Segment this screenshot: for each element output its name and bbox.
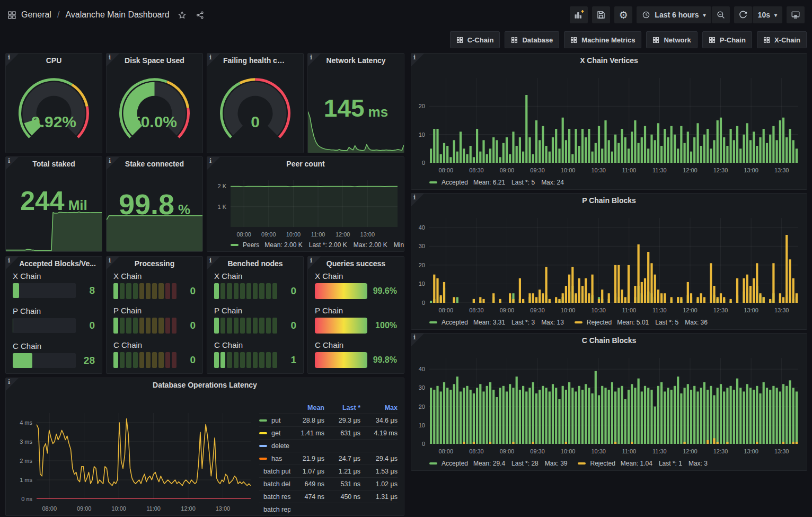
panel-title[interactable]: Total staked — [22, 160, 86, 168]
panel-info-icon[interactable]: i — [308, 257, 321, 269]
legend-row-get[interactable]: get1.41 ms631 µs4.19 ms — [259, 427, 398, 440]
segment-gauge — [214, 352, 277, 368]
gauge-segment — [165, 352, 170, 368]
refresh-interval-picker[interactable]: 10s ▾ — [753, 6, 782, 23]
breadcrumb: General / Avalanche Main Dashboard — [7, 10, 205, 20]
refresh-button[interactable] — [734, 6, 752, 23]
gauge-segment — [165, 318, 170, 334]
legend-row-put[interactable]: put28.8 µs29.3 µs34.6 µs — [259, 414, 398, 427]
panel-queries-success: i Queries success X Chain 99.6% P Chain … — [307, 256, 404, 374]
panel-title[interactable]: Disk Space Used — [122, 56, 187, 65]
panel-info-icon[interactable]: i — [107, 54, 119, 66]
panel-title[interactable]: Stake connected — [122, 160, 187, 168]
gauge-segment — [139, 318, 144, 334]
dashboard-grid-icon[interactable] — [7, 11, 16, 20]
axis-tick-label: 11:00 — [311, 231, 325, 238]
gauge-segment — [272, 283, 277, 299]
legend-row-delete[interactable]: delete — [259, 440, 398, 452]
legend-table-header[interactable]: Mean Last * Max — [259, 401, 398, 414]
network-latency-sparkline[interactable] — [308, 110, 404, 153]
axis-tick-label: 11:30 — [652, 307, 667, 313]
panel-disk-space: i Disk Space Used 50.0% — [106, 53, 203, 153]
legend-row-batch-reset[interactable]: batch reset474 ns450 ns1.31 µs — [259, 490, 398, 503]
panel-info-icon[interactable]: i — [411, 334, 424, 346]
breadcrumb-folder[interactable]: General — [21, 10, 51, 20]
zoom-out-time-button[interactable] — [712, 6, 730, 23]
gauge-segment — [253, 318, 258, 334]
panel-title[interactable]: P Chain Blocks — [427, 196, 791, 205]
dashboard-link-network[interactable]: Network — [646, 31, 697, 48]
legend-row-batch-delete[interactable]: batch delete649 ns531 ns1.02 µs — [259, 478, 398, 490]
panel-title[interactable]: C Chain Blocks — [427, 336, 791, 345]
panel-info-icon[interactable]: i — [308, 54, 321, 66]
panel-info-icon[interactable]: i — [411, 54, 424, 66]
legend-row-batch-put[interactable]: batch put1.07 µs1.21 µs1.53 µs — [259, 465, 398, 478]
legend-swatch — [429, 321, 437, 323]
panel-title[interactable]: CPU — [22, 56, 86, 65]
gauge-segment — [158, 352, 163, 368]
cpu-gauge[interactable] — [6, 67, 102, 150]
legend-row-batch-replay[interactable]: batch replay — [259, 503, 398, 515]
p-chain-blocks-chart[interactable] — [429, 218, 798, 303]
add-panel-button[interactable] — [570, 6, 588, 23]
star-icon[interactable] — [178, 11, 187, 20]
panel-info-icon[interactable]: i — [107, 257, 119, 269]
axis-tick-label: 12:00 — [181, 505, 196, 512]
gauge-segment — [133, 283, 138, 299]
save-dashboard-button[interactable] — [592, 6, 610, 23]
cycle-view-mode-button[interactable] — [787, 6, 805, 23]
chart-legend[interactable]: Accepted Mean: 3.31 Last *: 3 Max: 13 Re… — [429, 319, 710, 326]
panel-info-icon[interactable]: i — [107, 157, 119, 170]
panel-title[interactable]: Network Latency — [324, 56, 388, 65]
panel-title[interactable]: Database Operations Latency — [22, 381, 388, 389]
panel-title[interactable]: Peer count — [223, 160, 388, 168]
panel-title[interactable]: Failing health checks — [223, 56, 287, 65]
axis-tick-label: 2 K — [217, 183, 226, 189]
total-staked-sparkline[interactable] — [6, 188, 102, 251]
panel-info-icon[interactable]: i — [411, 194, 424, 206]
axis-tick-label: 13:00 — [744, 448, 758, 454]
dashboard-link-c-chain[interactable]: C-Chain — [450, 31, 500, 48]
peer-count-chart[interactable] — [231, 180, 398, 227]
gauge-segment — [113, 283, 118, 299]
stake-connected-sparkline[interactable] — [107, 189, 202, 251]
panel-title[interactable]: Processing — [122, 259, 187, 268]
axis-tick-label: 13:00 — [744, 167, 758, 173]
chart-legend[interactable]: Accepted Mean: 29.4 Last *: 28 Max: 39 R… — [429, 460, 710, 467]
legend-swatch — [429, 462, 437, 465]
panel-title[interactable]: Queries success — [324, 259, 388, 268]
panel-info-icon[interactable]: i — [207, 157, 220, 170]
panel-info-icon[interactable]: i — [6, 378, 19, 391]
dashboard-link-p-chain[interactable]: P-Chain — [702, 31, 752, 48]
health-gauge[interactable] — [207, 67, 303, 150]
panel-info-icon[interactable]: i — [6, 54, 19, 66]
dashboard-link-x-chain[interactable]: X-Chain — [757, 31, 807, 48]
panel-title[interactable]: Accepted Blocks/Ve... — [19, 259, 96, 268]
gauge-segment — [139, 283, 144, 299]
panel-info-icon[interactable]: i — [6, 157, 19, 170]
dashboard-link-machine-metrics[interactable]: Machine Metrics — [564, 31, 641, 48]
panel-info-icon[interactable]: i — [207, 54, 220, 66]
dashboard-link-database[interactable]: Database — [505, 31, 559, 48]
axis-tick-label: 10:00 — [111, 505, 126, 512]
panel-info-icon[interactable]: i — [207, 257, 220, 269]
db-latency-chart[interactable] — [37, 413, 251, 499]
legend-row-has[interactable]: has21.9 µs24.7 µs29.4 µs — [259, 452, 398, 465]
disk-gauge[interactable] — [107, 67, 202, 150]
axis-tick-label: 13:00 — [360, 231, 375, 238]
row-value: 8 — [81, 285, 95, 296]
panel-title[interactable]: X Chain Vertices — [427, 56, 791, 65]
dashboard-settings-button[interactable]: ⚙ — [614, 6, 632, 23]
row-value: 1 — [283, 354, 296, 366]
grid-icon — [570, 37, 577, 43]
time-range-picker[interactable]: Last 6 hours ▾ — [637, 6, 711, 23]
chart-legend[interactable]: Peers Mean: 2.00 K Last *: 2.00 K Max: 2… — [231, 241, 404, 249]
panel-info-icon[interactable]: i — [6, 257, 19, 269]
c-chain-blocks-chart[interactable] — [429, 358, 798, 444]
share-icon[interactable] — [196, 11, 205, 20]
panel-title[interactable]: Benched nodes — [223, 259, 287, 268]
x-chain-vertices-chart[interactable] — [429, 78, 798, 163]
dashboard-title[interactable]: Avalanche Main Dashboard — [65, 10, 169, 20]
chart-legend[interactable]: Accepted Mean: 6.21 Last *: 5 Max: 24 — [429, 179, 566, 186]
axis-tick-label: 08:00 — [439, 167, 454, 173]
